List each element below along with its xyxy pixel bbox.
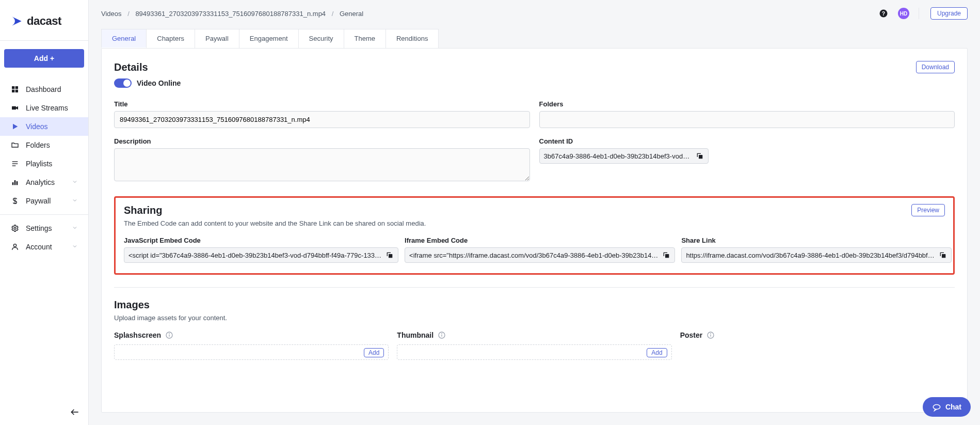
copy-icon xyxy=(385,251,394,259)
svg-rect-1 xyxy=(15,86,18,89)
folders-input[interactable] xyxy=(539,111,955,128)
collapse-sidebar-button[interactable] xyxy=(61,401,88,425)
title-input[interactable] xyxy=(114,111,530,128)
copy-iframe-embed-button[interactable] xyxy=(662,251,670,259)
thumbnail-dropzone[interactable]: Add xyxy=(397,344,671,360)
sharing-heading: Sharing xyxy=(124,204,162,216)
svg-rect-17 xyxy=(699,155,702,159)
add-splashscreen-button[interactable]: Add xyxy=(364,348,384,357)
sidebar-item-label: Live Streams xyxy=(26,104,68,112)
svg-text:?: ? xyxy=(882,10,885,17)
share-link-wrap: Share Link https://iframe.dacast.com/vod… xyxy=(681,237,951,263)
camera-icon xyxy=(10,103,20,113)
svg-point-29 xyxy=(711,334,711,334)
details-header: Details Download xyxy=(114,61,955,73)
breadcrumb-root[interactable]: Videos xyxy=(101,10,122,18)
sidebar-item-account[interactable]: Account xyxy=(0,238,88,256)
tab-renditions[interactable]: Renditions xyxy=(385,29,439,48)
contentid-field: 3b67c4a9-3886-4eb1-d0eb-39b23b14bef3-vod… xyxy=(539,148,709,164)
images-heading: Images xyxy=(114,299,150,311)
logo-icon xyxy=(10,14,24,28)
tab-theme[interactable]: Theme xyxy=(344,29,386,48)
tab-security[interactable]: Security xyxy=(298,29,344,48)
sidebar-item-label: Paywall xyxy=(26,197,51,205)
preview-button[interactable]: Preview xyxy=(911,204,945,216)
user-icon xyxy=(10,242,20,251)
title-field-wrap: Title xyxy=(114,100,530,128)
breadcrumb-sep: / xyxy=(127,10,130,18)
svg-rect-3 xyxy=(15,90,18,92)
breadcrumb: Videos / 89493361_2703203973331153_75160… xyxy=(101,10,363,18)
copy-js-embed-button[interactable] xyxy=(385,251,394,259)
sharing-section: Sharing Preview The Embed Code can add c… xyxy=(114,196,955,275)
splashscreen-label: Splashscreen xyxy=(114,331,161,339)
sharing-subtext: The Embed Code can add content to your w… xyxy=(124,219,945,227)
gear-icon xyxy=(10,224,20,233)
share-link-field: https://iframe.dacast.com/vod/3b67c4a9-3… xyxy=(681,247,951,263)
poster-label: Poster xyxy=(680,331,703,339)
iframe-embed-value: <iframe src="https://iframe.dacast.com/v… xyxy=(409,251,658,259)
chat-label: Chat xyxy=(945,403,961,411)
share-link-value: https://iframe.dacast.com/vod/3b67c4a9-3… xyxy=(686,251,934,259)
playlist-icon xyxy=(10,159,20,168)
section-divider xyxy=(114,287,955,288)
tab-engagement[interactable]: Engagement xyxy=(239,29,299,48)
content-panel: Details Download Video Online Title Fold… xyxy=(101,48,968,413)
tab-general[interactable]: General xyxy=(101,29,147,48)
arrow-left-icon xyxy=(70,407,80,417)
splashscreen-dropzone[interactable]: Add xyxy=(114,344,389,360)
tab-paywall[interactable]: Paywall xyxy=(195,29,239,48)
images-header: Images xyxy=(114,299,955,311)
logo-text: dacast xyxy=(27,14,61,28)
sidebar-item-analytics[interactable]: Analytics xyxy=(0,173,88,192)
folders-label: Folders xyxy=(539,100,955,108)
copy-share-link-button[interactable] xyxy=(939,251,947,259)
title-label: Title xyxy=(114,100,530,108)
topbar: Videos / 89493361_2703203973331153_75160… xyxy=(89,0,980,25)
description-input[interactable] xyxy=(114,148,530,181)
description-label: Description xyxy=(114,137,530,145)
svg-rect-2 xyxy=(12,90,14,92)
sidebar-item-label: Folders xyxy=(26,141,50,149)
info-icon xyxy=(706,331,715,339)
description-field-wrap: Description xyxy=(114,137,530,183)
tab-chapters[interactable]: Chapters xyxy=(146,29,195,48)
add-button[interactable]: Add + xyxy=(4,49,84,68)
chat-icon xyxy=(932,402,941,412)
avatar[interactable]: HD xyxy=(898,8,909,19)
info-icon xyxy=(438,331,446,339)
sidebar-item-dashboard[interactable]: Dashboard xyxy=(0,80,88,99)
thumbnail-info-button[interactable] xyxy=(438,331,446,339)
sidebar-item-videos[interactable]: Videos xyxy=(0,117,88,136)
thumbnail-col: Thumbnail Add xyxy=(397,331,671,360)
download-button[interactable]: Download xyxy=(916,61,955,73)
analytics-icon xyxy=(10,178,20,187)
sidebar-item-playlists[interactable]: Playlists xyxy=(0,154,88,173)
iframe-embed-field: <iframe src="https://iframe.dacast.com/v… xyxy=(405,247,675,263)
copy-contentid-button[interactable] xyxy=(696,152,704,160)
help-button[interactable]: ? xyxy=(878,8,889,19)
add-thumbnail-button[interactable]: Add xyxy=(647,348,667,357)
js-embed-label: JavaScript Embed Code xyxy=(124,237,398,244)
upgrade-button[interactable]: Upgrade xyxy=(930,7,968,20)
splashscreen-col: Splashscreen Add xyxy=(114,331,389,360)
splashscreen-info-button[interactable] xyxy=(165,331,173,339)
chat-button[interactable]: Chat xyxy=(923,397,971,417)
svg-rect-18 xyxy=(389,254,392,258)
sidebar-item-livestreams[interactable]: Live Streams xyxy=(0,99,88,117)
nav: Dashboard Live Streams Videos Folders Pl… xyxy=(0,80,88,401)
svg-rect-20 xyxy=(942,254,945,258)
breadcrumb-file[interactable]: 89493361_2703203973331153_75160976801887… xyxy=(135,10,326,18)
sidebar-item-settings[interactable]: Settings xyxy=(0,219,88,238)
svg-rect-8 xyxy=(12,182,14,185)
sidebar-item-paywall[interactable]: Paywall xyxy=(0,192,88,210)
video-online-toggle[interactable] xyxy=(114,78,132,88)
sidebar-item-folders[interactable]: Folders xyxy=(0,136,88,154)
contentid-field-wrap: Content ID 3b67c4a9-3886-4eb1-d0eb-39b23… xyxy=(539,137,955,183)
dashboard-icon xyxy=(10,85,20,94)
copy-icon xyxy=(939,251,947,259)
contentid-label: Content ID xyxy=(539,137,955,145)
sidebar-item-label: Account xyxy=(26,243,52,251)
iframe-embed-wrap: Iframe Embed Code <iframe src="https://i… xyxy=(405,237,675,263)
poster-info-button[interactable] xyxy=(706,331,715,339)
